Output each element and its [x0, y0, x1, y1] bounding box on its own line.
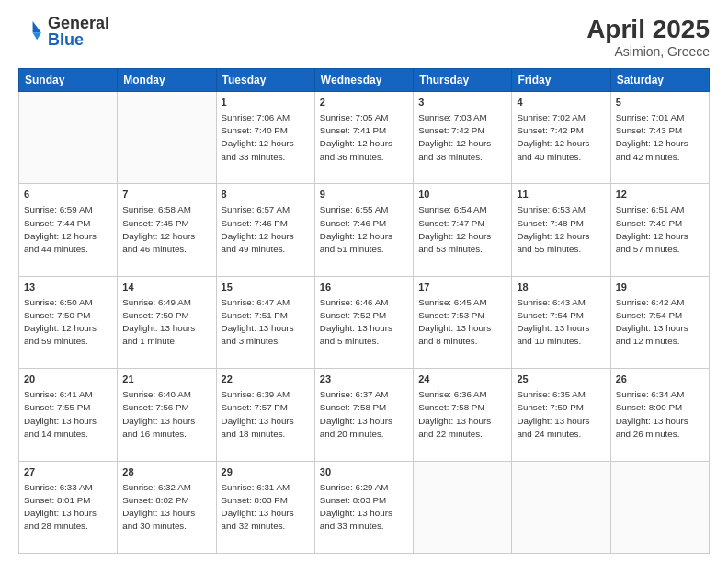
- day-number: 25: [517, 373, 605, 387]
- day-info: Sunrise: 6:41 AM Sunset: 7:55 PM Dayligh…: [24, 388, 112, 441]
- calendar-day-cell: 11Sunrise: 6:53 AM Sunset: 7:48 PM Dayli…: [512, 184, 610, 276]
- calendar-week-row: 13Sunrise: 6:50 AM Sunset: 7:50 PM Dayli…: [19, 276, 710, 368]
- day-info: Sunrise: 6:32 AM Sunset: 8:02 PM Dayligh…: [122, 481, 210, 534]
- day-number: 4: [517, 96, 605, 110]
- month-year: April 2025: [586, 15, 710, 44]
- calendar-day-cell: [118, 92, 216, 184]
- calendar-day-cell: 15Sunrise: 6:47 AM Sunset: 7:51 PM Dayli…: [216, 276, 314, 368]
- calendar-day-cell: 21Sunrise: 6:40 AM Sunset: 7:56 PM Dayli…: [118, 369, 216, 461]
- calendar-week-row: 6Sunrise: 6:59 AM Sunset: 7:44 PM Daylig…: [19, 184, 710, 276]
- day-info: Sunrise: 6:35 AM Sunset: 7:59 PM Dayligh…: [517, 388, 605, 441]
- calendar-week-row: 1Sunrise: 7:06 AM Sunset: 7:40 PM Daylig…: [19, 92, 710, 184]
- day-info: Sunrise: 6:33 AM Sunset: 8:01 PM Dayligh…: [24, 481, 112, 534]
- day-info: Sunrise: 7:01 AM Sunset: 7:43 PM Dayligh…: [616, 111, 704, 164]
- day-info: Sunrise: 6:51 AM Sunset: 7:49 PM Dayligh…: [616, 203, 704, 256]
- day-number: 7: [122, 188, 210, 202]
- weekday-header: Sunday: [19, 69, 118, 92]
- day-info: Sunrise: 6:29 AM Sunset: 8:03 PM Dayligh…: [320, 481, 408, 534]
- day-number: 1: [222, 96, 310, 110]
- calendar-day-cell: [19, 92, 118, 184]
- logo: General Blue: [18, 15, 109, 48]
- day-info: Sunrise: 6:55 AM Sunset: 7:46 PM Dayligh…: [320, 203, 408, 256]
- day-number: 5: [616, 96, 704, 110]
- calendar-day-cell: 7Sunrise: 6:58 AM Sunset: 7:45 PM Daylig…: [118, 184, 216, 276]
- day-number: 11: [517, 188, 605, 202]
- header: General Blue April 2025 Asimion, Greece: [18, 15, 710, 59]
- day-info: Sunrise: 6:58 AM Sunset: 7:45 PM Dayligh…: [122, 203, 210, 256]
- calendar-day-cell: 8Sunrise: 6:57 AM Sunset: 7:46 PM Daylig…: [216, 184, 314, 276]
- calendar-day-cell: 2Sunrise: 7:05 AM Sunset: 7:41 PM Daylig…: [314, 92, 413, 184]
- day-number: 26: [616, 373, 704, 387]
- day-info: Sunrise: 6:59 AM Sunset: 7:44 PM Dayligh…: [24, 203, 112, 256]
- weekday-header: Saturday: [610, 69, 709, 92]
- weekday-header: Friday: [512, 69, 610, 92]
- calendar-day-cell: 5Sunrise: 7:01 AM Sunset: 7:43 PM Daylig…: [610, 92, 709, 184]
- day-number: 2: [320, 96, 408, 110]
- calendar-day-cell: 4Sunrise: 7:02 AM Sunset: 7:42 PM Daylig…: [512, 92, 610, 184]
- calendar-day-cell: 20Sunrise: 6:41 AM Sunset: 7:55 PM Dayli…: [19, 369, 118, 461]
- day-info: Sunrise: 6:39 AM Sunset: 7:57 PM Dayligh…: [222, 388, 310, 441]
- calendar-day-cell: 28Sunrise: 6:32 AM Sunset: 8:02 PM Dayli…: [118, 461, 216, 553]
- logo-general-text: General: [48, 14, 109, 32]
- day-info: Sunrise: 6:53 AM Sunset: 7:48 PM Dayligh…: [517, 203, 605, 256]
- day-number: 9: [320, 188, 408, 202]
- day-info: Sunrise: 6:47 AM Sunset: 7:51 PM Dayligh…: [222, 296, 310, 349]
- day-number: 18: [517, 281, 605, 295]
- day-info: Sunrise: 6:40 AM Sunset: 7:56 PM Dayligh…: [122, 388, 210, 441]
- calendar-day-cell: 16Sunrise: 6:46 AM Sunset: 7:52 PM Dayli…: [314, 276, 413, 368]
- day-info: Sunrise: 7:06 AM Sunset: 7:40 PM Dayligh…: [222, 111, 310, 164]
- calendar-day-cell: 22Sunrise: 6:39 AM Sunset: 7:57 PM Dayli…: [216, 369, 314, 461]
- calendar-day-cell: 24Sunrise: 6:36 AM Sunset: 7:58 PM Dayli…: [414, 369, 512, 461]
- calendar-day-cell: 17Sunrise: 6:45 AM Sunset: 7:53 PM Dayli…: [414, 276, 512, 368]
- location: Asimion, Greece: [586, 44, 710, 59]
- day-info: Sunrise: 6:34 AM Sunset: 8:00 PM Dayligh…: [616, 388, 704, 441]
- day-number: 24: [418, 373, 506, 387]
- calendar-day-cell: 14Sunrise: 6:49 AM Sunset: 7:50 PM Dayli…: [118, 276, 216, 368]
- calendar-day-cell: 26Sunrise: 6:34 AM Sunset: 8:00 PM Dayli…: [610, 369, 709, 461]
- calendar-day-cell: 12Sunrise: 6:51 AM Sunset: 7:49 PM Dayli…: [610, 184, 709, 276]
- day-number: 23: [320, 373, 408, 387]
- calendar-day-cell: 10Sunrise: 6:54 AM Sunset: 7:47 PM Dayli…: [414, 184, 512, 276]
- calendar-day-cell: [414, 461, 512, 553]
- day-info: Sunrise: 6:49 AM Sunset: 7:50 PM Dayligh…: [122, 296, 210, 349]
- title-block: April 2025 Asimion, Greece: [586, 15, 710, 59]
- day-number: 30: [320, 465, 408, 480]
- day-info: Sunrise: 7:03 AM Sunset: 7:42 PM Dayligh…: [418, 111, 506, 164]
- svg-marker-1: [33, 33, 41, 40]
- day-info: Sunrise: 6:43 AM Sunset: 7:54 PM Dayligh…: [517, 296, 605, 349]
- day-number: 3: [418, 96, 506, 110]
- day-number: 8: [222, 188, 310, 202]
- calendar-table: SundayMondayTuesdayWednesdayThursdayFrid…: [18, 68, 710, 554]
- logo-blue-text: Blue: [48, 30, 84, 49]
- calendar-day-cell: 23Sunrise: 6:37 AM Sunset: 7:58 PM Dayli…: [314, 369, 413, 461]
- calendar-day-cell: 30Sunrise: 6:29 AM Sunset: 8:03 PM Dayli…: [314, 461, 413, 553]
- day-number: 13: [24, 281, 112, 295]
- calendar-day-cell: 9Sunrise: 6:55 AM Sunset: 7:46 PM Daylig…: [314, 184, 413, 276]
- day-number: 22: [222, 373, 310, 387]
- logo-icon: [18, 18, 44, 44]
- day-number: 21: [122, 373, 210, 387]
- day-info: Sunrise: 6:54 AM Sunset: 7:47 PM Dayligh…: [418, 203, 506, 256]
- calendar-day-cell: [512, 461, 610, 553]
- weekday-header: Monday: [118, 69, 216, 92]
- day-number: 29: [222, 465, 310, 480]
- day-info: Sunrise: 6:31 AM Sunset: 8:03 PM Dayligh…: [222, 481, 310, 534]
- calendar-day-cell: 1Sunrise: 7:06 AM Sunset: 7:40 PM Daylig…: [216, 92, 314, 184]
- calendar-week-row: 27Sunrise: 6:33 AM Sunset: 8:01 PM Dayli…: [19, 461, 710, 553]
- svg-marker-0: [33, 21, 41, 32]
- day-number: 15: [222, 281, 310, 295]
- day-info: Sunrise: 6:36 AM Sunset: 7:58 PM Dayligh…: [418, 388, 506, 441]
- calendar-day-cell: [610, 461, 709, 553]
- calendar-week-row: 20Sunrise: 6:41 AM Sunset: 7:55 PM Dayli…: [19, 369, 710, 461]
- calendar-day-cell: 13Sunrise: 6:50 AM Sunset: 7:50 PM Dayli…: [19, 276, 118, 368]
- day-number: 6: [24, 188, 112, 202]
- day-number: 19: [616, 281, 704, 295]
- calendar-day-cell: 6Sunrise: 6:59 AM Sunset: 7:44 PM Daylig…: [19, 184, 118, 276]
- day-number: 10: [418, 188, 506, 202]
- day-info: Sunrise: 6:42 AM Sunset: 7:54 PM Dayligh…: [616, 296, 704, 349]
- weekday-header-row: SundayMondayTuesdayWednesdayThursdayFrid…: [19, 69, 710, 92]
- day-info: Sunrise: 6:45 AM Sunset: 7:53 PM Dayligh…: [418, 296, 506, 349]
- day-info: Sunrise: 6:50 AM Sunset: 7:50 PM Dayligh…: [24, 296, 112, 349]
- day-info: Sunrise: 7:05 AM Sunset: 7:41 PM Dayligh…: [320, 111, 408, 164]
- weekday-header: Tuesday: [216, 69, 314, 92]
